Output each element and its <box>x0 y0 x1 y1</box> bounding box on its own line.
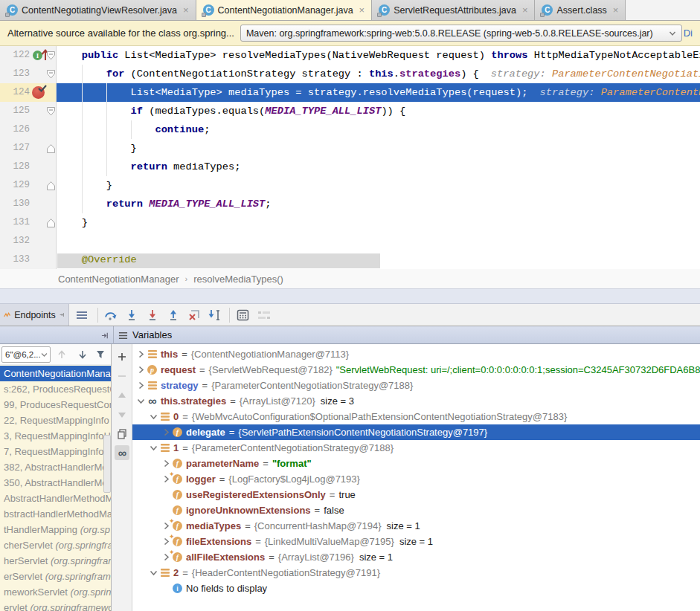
step-over-icon[interactable] <box>103 308 118 323</box>
step-out-icon[interactable] <box>166 308 181 323</box>
stack-frame-item[interactable]: herServlet (org.springfram <box>0 553 111 569</box>
watch-icon: ∞ <box>147 396 157 406</box>
stack-frame-item[interactable]: 350, AbstractHandlerMetho <box>0 475 111 491</box>
menu-icon[interactable] <box>74 308 89 323</box>
chevron-down-icon <box>41 350 48 359</box>
add-watch-button[interactable] <box>115 349 129 364</box>
stack-frame-item[interactable]: 3, RequestMappingInfoHa <box>0 428 111 444</box>
prev-frame-icon[interactable] <box>57 349 67 360</box>
stack-frame-item[interactable]: 22, RequestMappingInfo ( <box>0 413 111 428</box>
thread-selector-dropdown[interactable]: 6"@6,2... <box>1 346 51 363</box>
chevron-right-icon[interactable] <box>161 427 171 437</box>
stack-frame-item[interactable]: 382, AbstractHandlerMeth <box>0 459 111 475</box>
layout-settings-icon[interactable] <box>257 308 272 323</box>
stack-frame-item[interactable]: meworkServlet (org.sprin <box>0 584 111 600</box>
fold-start-icon[interactable] <box>46 46 56 65</box>
code-editor[interactable]: 122I123124125126127128129130131132133 pu… <box>0 46 700 269</box>
move-watch-up-button[interactable] <box>115 388 129 403</box>
fold-start-icon[interactable] <box>46 102 56 120</box>
force-step-into-icon[interactable] <box>145 308 160 323</box>
evaluate-expression-icon[interactable] <box>235 308 250 323</box>
watches-toolbar: ∞ <box>112 344 132 611</box>
stack-frame-item[interactable]: tHandlerMapping (org.sp <box>0 522 111 537</box>
object-icon <box>160 443 170 453</box>
close-icon[interactable]: × <box>183 5 189 15</box>
move-watch-down-button[interactable] <box>115 407 129 422</box>
object-icon <box>147 381 157 390</box>
no-chevron <box>161 583 171 593</box>
chevron-down-icon[interactable] <box>149 412 158 421</box>
variable-row[interactable]: fdelegate={ServletPathExtensionContentNe… <box>132 424 700 440</box>
breadcrumb-class[interactable]: ContentNegotiationManager <box>58 274 179 285</box>
remove-watch-button[interactable] <box>115 369 129 384</box>
chevron-down-icon[interactable] <box>149 568 158 578</box>
variable-row[interactable]: fuseRegisteredExtensionsOnly=true <box>132 487 700 502</box>
variable-row[interactable]: fparameterName="format" <box>132 456 700 471</box>
variable-row[interactable]: f✦mediaTypes={ConcurrentHashMap@7194}siz… <box>132 518 700 534</box>
variable-row[interactable]: 1={ParameterContentNegotiationStrategy@7… <box>132 440 700 456</box>
editor-tab-4[interactable]: CAssert.class× <box>535 0 626 20</box>
editor-tab-3[interactable]: CServletRequestAttributes.java× <box>372 0 535 20</box>
chevron-right-icon[interactable] <box>136 365 146 375</box>
show-watches-toggle[interactable]: ∞ <box>115 445 129 460</box>
chevron-right-icon[interactable] <box>136 349 146 359</box>
source-selector-combo[interactable]: Maven: org.springframework:spring-web:5.… <box>240 25 682 42</box>
stack-frame-item[interactable]: AbstractHandlerMethodM <box>0 491 111 506</box>
variable-row[interactable]: this={ContentNegotiationManager@7113} <box>132 346 700 362</box>
inline-debug-hint: strategy: <box>539 87 594 98</box>
close-icon[interactable]: × <box>522 5 528 15</box>
field-final-icon: f✦ <box>173 537 182 546</box>
code-line-130: return MEDIA_TYPE_ALL_LIST; <box>57 195 272 213</box>
chevron-down-icon[interactable] <box>149 443 158 453</box>
editor-tab-1[interactable]: CContentNegotiatingViewResolver.java× <box>0 0 196 20</box>
breadcrumb-separator-icon: › <box>185 274 188 283</box>
close-icon[interactable]: × <box>613 5 619 15</box>
frames-scrollbar[interactable] <box>103 435 111 493</box>
variables-panel-title: Variables <box>132 329 172 340</box>
code-line-125: if (mediaTypes.equals(MEDIA_TYPE_ALL_LIS… <box>57 102 405 120</box>
tree-message-row[interactable]: iNo fields to display <box>132 581 700 596</box>
fold-end-icon[interactable] <box>46 213 56 232</box>
variable-row[interactable]: f✦fileExtensions={LinkedMultiValueMap@71… <box>132 534 700 549</box>
stack-frame-item[interactable]: erServlet (org.springframe <box>0 569 111 584</box>
chevron-down-icon[interactable] <box>136 396 146 406</box>
no-chevron <box>161 490 171 500</box>
step-into-icon[interactable] <box>124 308 139 323</box>
variable-row[interactable]: strategy={ParameterContentNegotiationStr… <box>132 378 700 393</box>
stack-frame-item[interactable]: 99, ProducesRequestCond <box>0 397 111 413</box>
next-frame-icon[interactable] <box>77 349 88 360</box>
tab-endpoints[interactable]: Endpoints <box>0 304 69 326</box>
line-number: 129 <box>0 176 30 195</box>
variable-row[interactable]: 0={WebMvcAutoConfiguration$OptionalPathE… <box>132 409 700 424</box>
stack-frame-item[interactable]: cherServlet (org.springfra <box>0 537 111 553</box>
stack-frame-item[interactable]: 7, RequestMappingInfoHa <box>0 444 111 459</box>
stack-frame-item[interactable]: ContentNegotiationMana <box>0 366 111 381</box>
duplicate-watch-button[interactable] <box>115 426 129 441</box>
fold-start-icon[interactable] <box>46 65 56 83</box>
stack-frame-item[interactable]: bstractHandlerMethodMa <box>0 506 111 522</box>
filter-icon[interactable] <box>95 349 106 360</box>
variable-row[interactable]: ∞this.strategies={ArrayList@7120}size = … <box>132 393 700 409</box>
drop-frame-icon[interactable] <box>187 308 202 323</box>
stack-frame-item[interactable]: s:262, ProducesRequestCo <box>0 381 111 397</box>
variable-row[interactable]: fignoreUnknownExtensions=false <box>132 502 700 518</box>
breadcrumb-method[interactable]: resolveMediaTypes() <box>193 274 283 285</box>
frames-toolbar: 6"@6,2... <box>0 344 111 365</box>
variable-row[interactable]: f✦logger={LogFactory$Log4jLog@7193} <box>132 471 700 487</box>
class-icon: C <box>379 4 390 16</box>
close-icon[interactable]: × <box>359 5 365 15</box>
menu-icon[interactable] <box>118 331 128 340</box>
variable-row[interactable]: 2={HeaderContentNegotiationStrategy@7191… <box>132 565 700 581</box>
toolbar-separator <box>229 308 230 323</box>
disable-link[interactable]: Di <box>684 28 693 39</box>
run-to-cursor-icon[interactable] <box>208 308 222 323</box>
variable-row[interactable]: prequest={ServletWebRequest@7182}"Servle… <box>132 362 700 378</box>
chevron-right-icon[interactable] <box>161 459 171 468</box>
chevron-right-icon[interactable] <box>136 381 146 390</box>
fold-end-icon[interactable] <box>46 139 56 158</box>
fold-end-icon[interactable] <box>46 176 56 195</box>
editor-tab-2[interactable]: CContentNegotiationManager.java× <box>196 0 373 20</box>
stack-frame-item[interactable]: ervlet (org.springframewo <box>0 600 111 611</box>
variable-row[interactable]: f✦allFileExtensions={ArrayList@7196}size… <box>132 549 700 565</box>
class-icon: C <box>203 4 214 16</box>
